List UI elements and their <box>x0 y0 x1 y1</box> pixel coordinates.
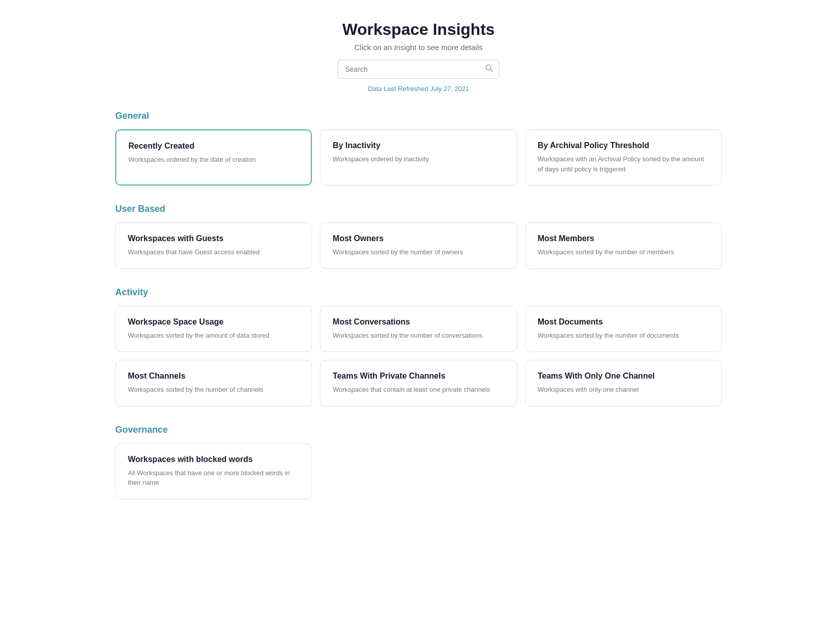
card-user-based-0[interactable]: Workspaces with GuestsWorkspaces that ha… <box>115 222 312 269</box>
card-governance-0[interactable]: Workspaces with blocked wordsAll Workspa… <box>115 443 312 499</box>
card-desc-user-based-2: Workspaces sorted by the number of membe… <box>538 247 709 257</box>
card-desc-general-0: Workspaces ordered by the date of creati… <box>128 155 299 165</box>
card-activity-0[interactable]: Workspace Space UsageWorkspaces sorted b… <box>115 306 312 352</box>
page-subtitle: Click on an Insight to see more details <box>115 43 722 52</box>
data-refresh-label: Data Last Refreshed July 27, 2021 <box>115 85 722 93</box>
card-desc-activity-3: Workspaces sorted by the number of chann… <box>128 385 299 395</box>
section-general: GeneralRecently CreatedWorkspaces ordere… <box>115 111 722 186</box>
card-title-activity-3: Most Channels <box>128 372 299 381</box>
card-general-1[interactable]: By InactivityWorkspaces ordered by inact… <box>320 129 517 186</box>
search-container <box>115 60 722 79</box>
card-general-2[interactable]: By Archival Policy ThresholdWorkspaces w… <box>525 129 722 186</box>
card-activity-4[interactable]: Teams With Private ChannelsWorkspaces th… <box>320 360 517 406</box>
card-desc-user-based-0: Workspaces that have Guest access enable… <box>128 247 299 257</box>
card-desc-activity-2: Workspaces sorted by the number of docum… <box>538 331 709 341</box>
cards-grid-activity: Workspace Space UsageWorkspaces sorted b… <box>115 306 722 406</box>
card-title-general-0: Recently Created <box>128 142 299 151</box>
card-title-activity-0: Workspace Space Usage <box>128 317 299 327</box>
section-title-general: General <box>115 111 722 121</box>
section-title-user-based: User Based <box>115 204 722 214</box>
card-title-activity-5: Teams With Only One Channel <box>538 372 709 381</box>
sections-container: GeneralRecently CreatedWorkspaces ordere… <box>115 111 722 499</box>
card-desc-activity-5: Workspaces with only one channel <box>538 385 709 395</box>
section-title-activity: Activity <box>115 287 722 298</box>
card-activity-2[interactable]: Most DocumentsWorkspaces sorted by the n… <box>525 306 722 352</box>
cards-grid-general: Recently CreatedWorkspaces ordered by th… <box>115 129 722 186</box>
card-title-general-1: By Inactivity <box>333 141 504 150</box>
section-activity: ActivityWorkspace Space UsageWorkspaces … <box>115 287 722 406</box>
card-title-governance-0: Workspaces with blocked words <box>128 455 299 464</box>
section-governance: GovernanceWorkspaces with blocked wordsA… <box>115 425 722 499</box>
search-box <box>338 60 499 79</box>
card-desc-activity-4: Workspaces that contain at least one pri… <box>333 385 504 395</box>
card-title-activity-1: Most Conversations <box>333 317 504 327</box>
card-title-user-based-0: Workspaces with Guests <box>128 234 299 243</box>
cards-grid-user-based: Workspaces with GuestsWorkspaces that ha… <box>115 222 722 269</box>
card-desc-user-based-1: Workspaces sorted by the number of owner… <box>333 247 504 257</box>
card-activity-3[interactable]: Most ChannelsWorkspaces sorted by the nu… <box>115 360 312 406</box>
search-input[interactable] <box>338 60 499 79</box>
card-general-0[interactable]: Recently CreatedWorkspaces ordered by th… <box>115 129 312 186</box>
section-title-governance: Governance <box>115 425 722 435</box>
card-desc-general-1: Workspaces ordered by inactivity <box>333 154 504 164</box>
page-header: Workspace Insights Click on an Insight t… <box>115 20 722 93</box>
card-desc-activity-1: Workspaces sorted by the number of conve… <box>333 331 504 341</box>
card-activity-5[interactable]: Teams With Only One ChannelWorkspaces wi… <box>525 360 722 406</box>
card-user-based-2[interactable]: Most MembersWorkspaces sorted by the num… <box>525 222 722 269</box>
card-desc-activity-0: Workspaces sorted by the amount of data … <box>128 331 299 341</box>
card-title-user-based-2: Most Members <box>538 234 709 243</box>
card-title-general-2: By Archival Policy Threshold <box>538 141 709 150</box>
page-title: Workspace Insights <box>115 20 722 39</box>
card-title-activity-4: Teams With Private Channels <box>333 372 504 381</box>
card-user-based-1[interactable]: Most OwnersWorkspaces sorted by the numb… <box>320 222 517 269</box>
card-title-user-based-1: Most Owners <box>333 234 504 243</box>
page-container: Workspace Insights Click on an Insight t… <box>115 20 722 499</box>
section-user-based: User BasedWorkspaces with GuestsWorkspac… <box>115 204 722 269</box>
card-desc-general-2: Workspaces with an Archival Policy sorte… <box>538 154 709 174</box>
card-activity-1[interactable]: Most ConversationsWorkspaces sorted by t… <box>320 306 517 352</box>
card-title-activity-2: Most Documents <box>538 317 709 327</box>
cards-grid-governance: Workspaces with blocked wordsAll Workspa… <box>115 443 722 499</box>
card-desc-governance-0: All Workspaces that have one or more blo… <box>128 468 299 488</box>
